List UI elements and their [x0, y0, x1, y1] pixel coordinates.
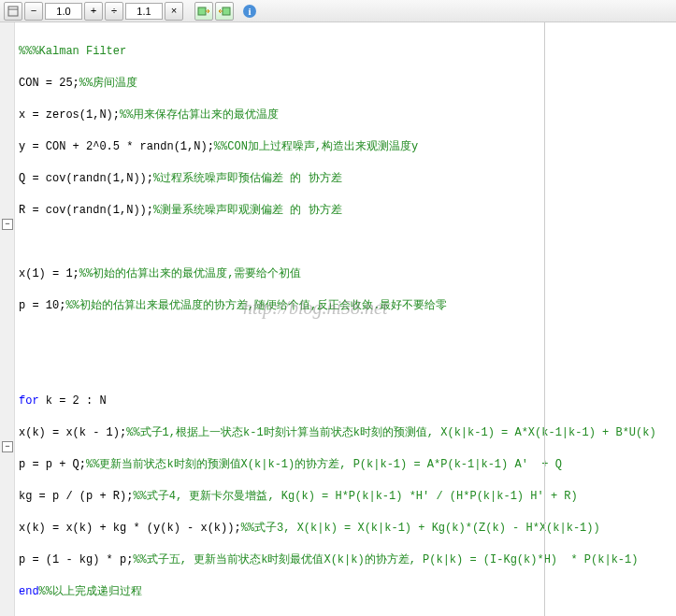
svg-text:i: i — [248, 6, 251, 17]
code-text: for — [19, 394, 39, 408]
code-text: %过程系统噪声即预估偏差 的 协方差 — [153, 172, 342, 185]
code-text: %%式子4, 更新卡尔曼增益, Kg(k) = H*P(k|k-1) *H' /… — [133, 490, 577, 503]
vertical-split[interactable] — [544, 22, 545, 616]
code-editor[interactable]: − − %%%Kalman Filter CON = 25;%%房间温度 x =… — [0, 22, 676, 616]
value-input-2[interactable] — [125, 3, 163, 20]
code-text: x(k) = x(k) + kg * (y(k) - x(k)); — [19, 522, 241, 535]
code-text: k = 2 : N — [39, 394, 107, 408]
svg-rect-0 — [8, 7, 18, 16]
code-text: kg = p / (p + R); — [19, 490, 133, 503]
info-icon[interactable]: i — [241, 3, 258, 20]
code-text: %%式子1,根据上一状态k-1时刻计算当前状态k时刻的预测值, X(k|k-1)… — [126, 426, 655, 439]
code-text: %测量系统噪声即观测偏差 的 协方差 — [153, 204, 342, 217]
code-text: CON = 25; — [19, 77, 79, 90]
code-text: y = CON + 2^0.5 * randn(1,N); — [19, 140, 214, 153]
fold-marker[interactable]: − — [2, 219, 13, 230]
code-text: %%式子五, 更新当前状态k时刻最优值X(k|k)的协方差, P(k|k) = … — [133, 553, 638, 566]
code-area[interactable]: %%%Kalman Filter CON = 25;%%房间温度 x = zer… — [15, 22, 676, 616]
svg-rect-2 — [198, 7, 206, 15]
code-text: %%以上完成递归过程 — [39, 585, 142, 598]
divide-button[interactable]: ÷ — [105, 2, 123, 21]
code-text: x = zeros(1,N); — [19, 108, 120, 122]
find-next-button[interactable] — [194, 2, 213, 21]
fold-marker[interactable]: − — [2, 441, 13, 452]
code-text: %%%Kalman Filter — [19, 45, 126, 58]
value-input-1[interactable] — [45, 3, 82, 20]
times-button[interactable]: × — [165, 2, 183, 21]
minus-button[interactable]: − — [24, 2, 43, 21]
code-text: x(k) = x(k - 1); — [19, 426, 126, 439]
code-text: p = 10; — [19, 299, 65, 312]
svg-rect-3 — [223, 7, 230, 15]
code-text: %%CON加上过程噪声,构造出来观测温度y — [214, 140, 418, 153]
code-text: x(1) = 1; — [19, 267, 79, 280]
code-text: %%初始的估算出来的最优温度,需要给个初值 — [79, 267, 302, 280]
toolbar-button-1[interactable] — [4, 2, 22, 21]
code-text: p = (1 - kg) * p; — [19, 553, 133, 566]
code-text: R = cov(randn(1,N)); — [19, 204, 153, 217]
code-text: %%初始的估算出来最优温度的协方差,随便给个值,反正会收敛.最好不要给零 — [65, 299, 447, 312]
code-text: %%房间温度 — [79, 77, 137, 90]
code-text: Q = cov(randn(1,N)); — [19, 172, 153, 185]
code-text: %%更新当前状态k时刻的预测值X(k|k-1)的协方差, P(k|k-1) = … — [86, 458, 562, 471]
plus-button[interactable]: + — [84, 2, 103, 21]
code-text: p = p + Q; — [19, 458, 86, 471]
code-text: end — [19, 585, 39, 598]
code-text: %%用来保存估算出来的最优温度 — [120, 108, 279, 122]
toolbar: − + ÷ × i — [0, 0, 676, 22]
find-prev-button[interactable] — [215, 2, 234, 21]
gutter: − − — [0, 22, 15, 616]
code-text: %%式子3, X(k|k) = X(k|k-1) + Kg(k)*(Z(k) -… — [241, 522, 600, 535]
